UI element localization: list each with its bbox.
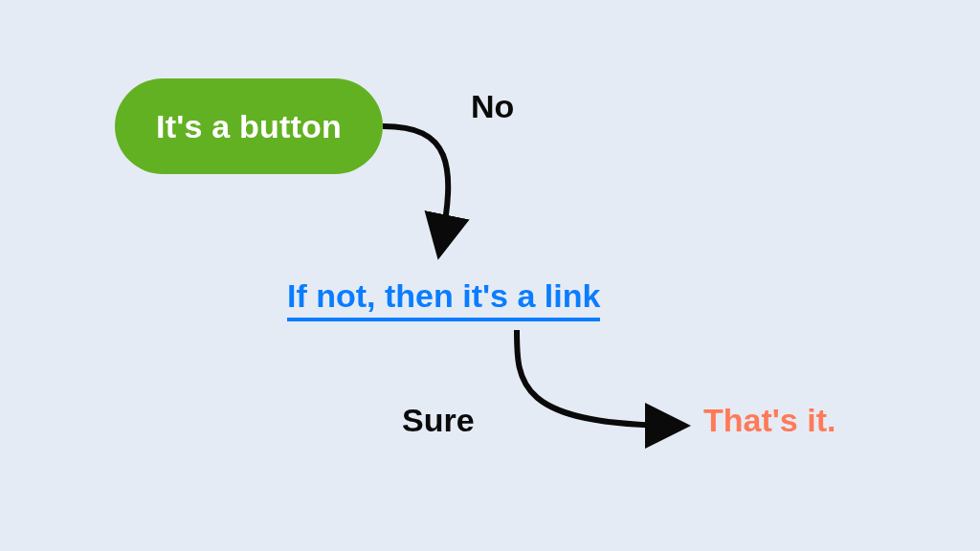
arrow-link-to-end	[517, 330, 679, 426]
node-link[interactable]: If not, then it's a link	[287, 278, 600, 321]
flowchart-diagram: It's a button No If not, then it's a lin…	[0, 0, 980, 551]
arrow-button-to-link	[383, 126, 448, 249]
edge-label-sure: Sure	[402, 402, 475, 439]
node-button[interactable]: It's a button	[115, 78, 383, 174]
node-end: That's it.	[703, 402, 835, 439]
edge-label-no: No	[471, 88, 514, 125]
